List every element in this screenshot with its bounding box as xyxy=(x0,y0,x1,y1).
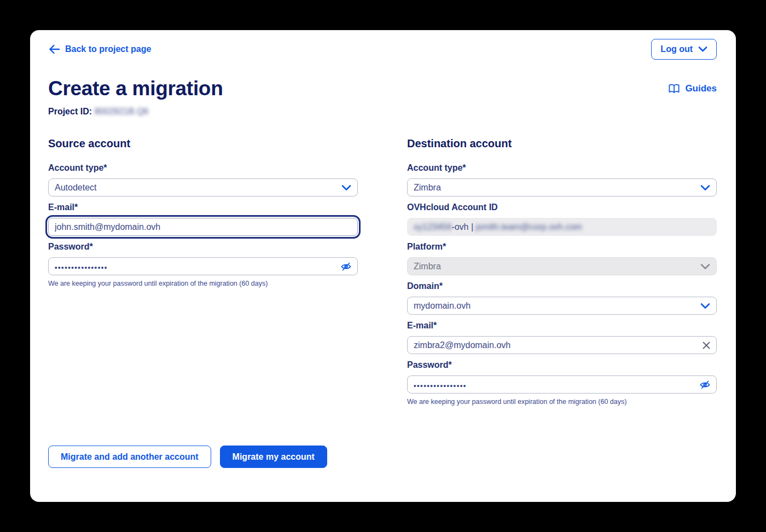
destination-platform-field: Platform* Zimbra xyxy=(407,242,717,275)
destination-email-label: E-mail* xyxy=(407,321,717,331)
arrow-left-icon xyxy=(48,44,60,54)
destination-account-id-label: OVHcloud Account ID xyxy=(407,203,717,212)
project-id-label: Project ID: xyxy=(48,107,92,116)
account-id-redacted-email: jsmith.team@corp.ovh.com xyxy=(476,222,582,232)
project-id-row: Project ID: 8002921B.Q6 xyxy=(48,107,717,117)
source-password-field: Password* We are keeping your password u… xyxy=(48,242,358,287)
logout-label: Log out xyxy=(660,44,693,54)
source-account-type-field: Account type* Autodetect xyxy=(48,163,358,196)
destination-account-type-field: Account type* Zimbra xyxy=(407,163,717,196)
source-account-section: Source account Account type* Autodetect … xyxy=(48,137,358,406)
migrate-and-add-button[interactable]: Migrate and add another account xyxy=(48,446,211,468)
eye-off-icon[interactable] xyxy=(341,262,351,271)
destination-heading: Destination account xyxy=(407,137,717,150)
destination-platform-label: Platform* xyxy=(407,242,717,252)
source-password-label: Password* xyxy=(48,242,358,252)
destination-account-type-label: Account type* xyxy=(407,163,717,173)
source-email-field: E-mail* xyxy=(48,203,358,236)
destination-domain-label: Domain* xyxy=(407,281,717,291)
account-id-visible-part: -ovh | xyxy=(451,222,475,232)
destination-domain-select[interactable]: mydomain.ovh xyxy=(407,297,717,315)
destination-account-id-field: OVHcloud Account ID xy123456-ovh | jsmit… xyxy=(407,203,717,236)
destination-domain-field: Domain* mydomain.ovh xyxy=(407,281,717,315)
chevron-down-icon xyxy=(700,184,710,191)
source-account-type-value: Autodetect xyxy=(55,183,97,193)
migration-card: Back to project page Log out Create a mi… xyxy=(30,30,736,502)
chevron-down-icon xyxy=(700,303,710,309)
destination-password-label: Password* xyxy=(407,360,717,370)
destination-password-hint: We are keeping your password until expir… xyxy=(407,398,717,406)
chevron-down-icon xyxy=(698,46,707,53)
project-id-value-redacted: 8002921B.Q6 xyxy=(94,107,148,116)
back-link-label: Back to project page xyxy=(65,44,151,54)
destination-account-id-value: xy123456-ovh | jsmith.team@corp.ovh.com xyxy=(407,218,717,236)
destination-platform-select-disabled: Zimbra xyxy=(407,257,717,275)
page-title: Create a migration xyxy=(48,77,223,100)
source-password-hint: We are keeping your password until expir… xyxy=(48,280,358,287)
destination-platform-value: Zimbra xyxy=(414,262,441,271)
source-account-type-label: Account type* xyxy=(48,163,358,173)
source-email-input[interactable] xyxy=(48,218,358,236)
title-row: Create a migration Guides xyxy=(48,77,717,100)
eye-off-icon[interactable] xyxy=(700,380,710,389)
destination-password-field: Password* We are keeping your password u… xyxy=(407,360,717,406)
destination-email-field: E-mail* xyxy=(407,321,717,354)
source-password-input[interactable] xyxy=(48,257,358,275)
header-row: Back to project page Log out xyxy=(48,37,717,61)
migrate-my-account-button[interactable]: Migrate my account xyxy=(220,446,327,468)
back-to-project-link[interactable]: Back to project page xyxy=(48,44,151,54)
source-account-type-select[interactable]: Autodetect xyxy=(48,178,358,196)
source-email-label: E-mail* xyxy=(48,203,358,212)
clear-x-icon[interactable] xyxy=(703,342,710,349)
guides-link[interactable]: Guides xyxy=(668,83,717,94)
book-open-icon xyxy=(668,84,680,94)
guides-label: Guides xyxy=(685,83,717,94)
logout-button[interactable]: Log out xyxy=(651,39,717,60)
destination-account-type-value: Zimbra xyxy=(414,183,441,193)
destination-account-type-select[interactable]: Zimbra xyxy=(407,178,717,196)
actions-row: Migrate and add another account Migrate … xyxy=(48,446,717,468)
destination-domain-value: mydomain.ovh xyxy=(414,301,471,311)
chevron-down-icon xyxy=(700,263,710,270)
form-columns: Source account Account type* Autodetect … xyxy=(48,137,717,406)
source-heading: Source account xyxy=(48,137,358,150)
chevron-down-icon xyxy=(341,184,351,191)
destination-password-input[interactable] xyxy=(407,375,717,394)
destination-email-input[interactable] xyxy=(407,336,717,354)
destination-account-section: Destination account Account type* Zimbra… xyxy=(407,137,717,406)
account-id-redacted-prefix: xy123456 xyxy=(414,222,451,232)
